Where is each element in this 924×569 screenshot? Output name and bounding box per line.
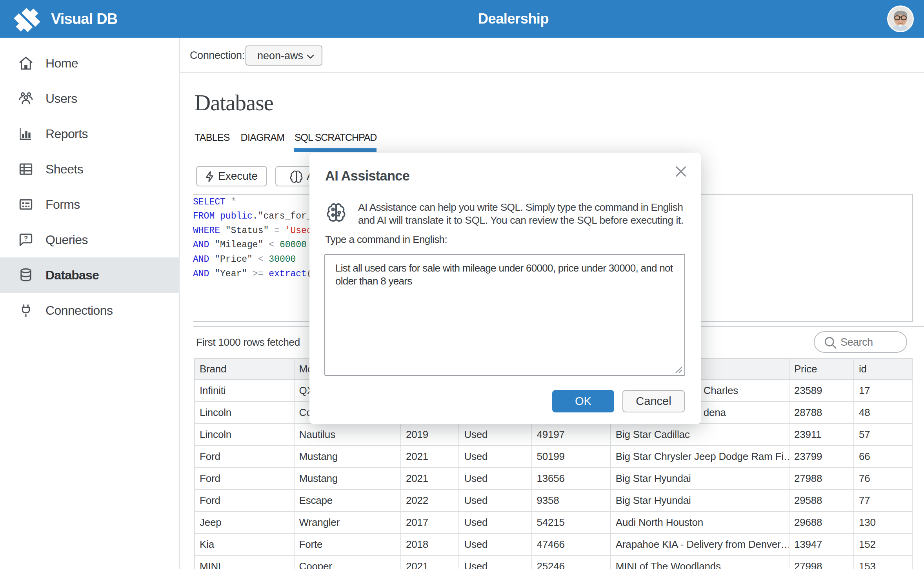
svg-text:?: ? (24, 235, 28, 242)
